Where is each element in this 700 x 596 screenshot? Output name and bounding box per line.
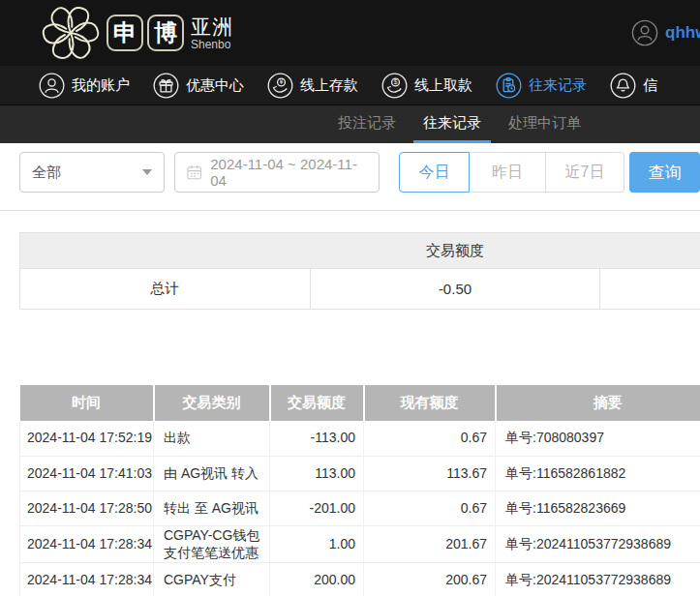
summary-total-value: -0.50	[310, 269, 600, 310]
cell-memo: 单号:202411053772938689	[496, 563, 700, 596]
cell-type: 出款	[154, 421, 270, 456]
summary-row: 总计 -0.50	[20, 269, 700, 310]
cell-time: 2024-11-04 17:28:34	[20, 563, 154, 596]
user-icon	[39, 73, 65, 99]
tab-pending-orders[interactable]: 处理中订单	[499, 105, 591, 143]
cell-time: 2024-11-04 17:28:50	[20, 491, 154, 525]
cell-amount: 113.00	[270, 456, 364, 491]
nav-label: 信	[643, 76, 657, 95]
summary-empty-cell	[600, 269, 700, 310]
username-text: qhhw	[665, 23, 700, 43]
sub-nav: 投注记录 往来记录 处理中订单	[0, 104, 700, 143]
col-memo: 摘要	[496, 385, 700, 421]
today-button[interactable]: 今日	[399, 152, 470, 193]
summary-table: 交易额度 总计 -0.50	[19, 232, 700, 310]
nav-item-promotions[interactable]: 优惠中心	[153, 73, 244, 99]
nav-item-withdraw[interactable]: $ 线上取款	[381, 73, 472, 99]
main-nav: 我的账户 优惠中心 ¥ 线上存款	[0, 66, 700, 104]
cell-type: CGPAY-CG钱包支付笔笔送优惠	[154, 525, 270, 563]
summary-header: 交易额度	[20, 233, 700, 269]
date-range-value: 2024-11-04 ~ 2024-11-04	[210, 156, 368, 189]
withdraw-icon: $	[381, 73, 408, 99]
table-row: 2024-11-04 17:28:34 CGPAY支付 200.00 200.6…	[20, 563, 700, 596]
cell-balance: 201.67	[364, 525, 496, 563]
cell-amount: -201.00	[270, 491, 364, 525]
avatar-icon	[631, 19, 658, 46]
logo-latin-text: Shenbo	[191, 38, 233, 51]
flower-logo-icon	[41, 3, 101, 63]
cell-balance: 0.67	[364, 421, 496, 456]
chevron-down-icon	[142, 169, 152, 175]
tab-transaction-records[interactable]: 往来记录	[413, 105, 491, 143]
cell-type: 转出 至 AG视讯	[154, 491, 270, 525]
nav-item-messages[interactable]: 信	[610, 73, 657, 99]
nav-label: 优惠中心	[186, 76, 244, 95]
cell-type: CGPAY支付	[154, 563, 270, 596]
category-select-value: 全部	[32, 164, 61, 182]
cell-memo: 单号:116582823669	[496, 491, 700, 525]
gift-icon	[153, 73, 179, 99]
svg-text:$: $	[394, 78, 398, 85]
logo-char-bo: 博	[147, 15, 184, 51]
svg-text:¥: ¥	[280, 78, 284, 85]
tab-bet-records[interactable]: 投注记录	[328, 105, 406, 143]
logo[interactable]: 申 博 亚洲 Shenbo	[41, 3, 233, 63]
nav-item-my-account[interactable]: 我的账户	[39, 73, 130, 99]
nav-item-deposit[interactable]: ¥ 线上存款	[267, 73, 358, 99]
nav-label: 线上取款	[414, 76, 472, 95]
last7days-button[interactable]: 近7日	[546, 152, 624, 193]
cell-amount: 1.00	[270, 525, 364, 563]
search-button[interactable]: 查询	[629, 152, 700, 193]
table-row: 2024-11-04 17:28:50 转出 至 AG视讯 -201.00 0.…	[20, 491, 700, 525]
nav-label: 线上存款	[300, 76, 358, 95]
cell-amount: -113.00	[270, 421, 364, 456]
logo-char-shen: 申	[107, 15, 143, 51]
records-header-row: 时间 交易类别 交易额度 现有额度 摘要	[20, 385, 700, 421]
cell-memo: 单号:708080397	[496, 421, 700, 456]
cell-time: 2024-11-04 17:41:03	[20, 456, 154, 491]
table-row: 2024-11-04 17:52:19 出款 -113.00 0.67 单号:7…	[20, 421, 700, 456]
calendar-icon	[186, 164, 202, 181]
col-amount: 交易额度	[270, 385, 364, 421]
app-header: 申 博 亚洲 Shenbo qhhw	[0, 0, 700, 66]
nav-item-records[interactable]: 往来记录	[496, 73, 587, 99]
user-account[interactable]: qhhw	[631, 0, 700, 66]
cell-amount: 200.00	[270, 563, 364, 596]
col-type: 交易类别	[154, 385, 270, 421]
table-row: 2024-11-04 17:28:34 CGPAY-CG钱包支付笔笔送优惠 1.…	[20, 525, 700, 563]
category-select[interactable]: 全部	[19, 152, 165, 193]
quick-date-group: 今日 昨日 近7日	[399, 152, 624, 193]
cell-balance: 0.67	[364, 491, 496, 525]
deposit-icon: ¥	[267, 73, 293, 99]
date-range-input[interactable]: 2024-11-04 ~ 2024-11-04	[174, 152, 380, 193]
nav-label: 往来记录	[529, 76, 587, 95]
cell-time: 2024-11-04 17:28:34	[20, 525, 154, 563]
col-balance: 现有额度	[364, 385, 496, 421]
cell-memo: 单号:116582861882	[496, 456, 700, 491]
nav-label: 我的账户	[72, 76, 130, 95]
bell-icon	[610, 73, 636, 99]
yesterday-button[interactable]: 昨日	[470, 152, 546, 193]
cell-balance: 200.67	[364, 563, 496, 596]
records-icon	[496, 73, 522, 99]
col-time: 时间	[20, 385, 154, 421]
cell-memo: 单号:202411053772938689	[496, 525, 700, 563]
logo-region-text: 亚洲	[191, 15, 233, 38]
cell-time: 2024-11-04 17:52:19	[20, 421, 154, 456]
table-row: 2024-11-04 17:41:03 由 AG视讯 转入 113.00 113…	[20, 456, 700, 491]
cell-type: 由 AG视讯 转入	[154, 456, 270, 491]
cell-balance: 113.67	[364, 456, 496, 491]
filter-bar: 全部 2024-11-04 ~ 2024-11-04 今日 昨日 近7日 查询	[0, 143, 700, 211]
records-table: 时间 交易类别 交易额度 现有额度 摘要 2024-11-04 17:52:19…	[19, 385, 700, 596]
summary-total-label: 总计	[20, 269, 311, 310]
